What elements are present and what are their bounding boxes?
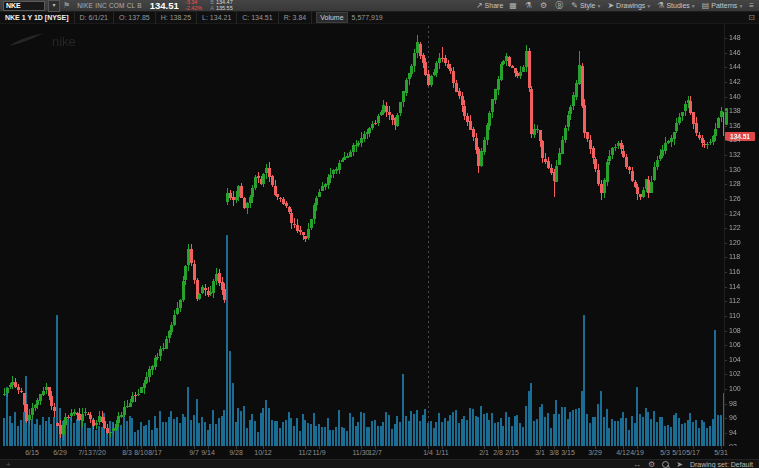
time-tick-label: 4/19 [630, 449, 644, 456]
price-tick-mark [725, 301, 727, 302]
style-button[interactable]: ✎Style▼ [571, 0, 601, 12]
snapshot-button[interactable]: ▦ [509, 0, 519, 12]
time-tick-mark [540, 446, 541, 449]
time-tick-mark [99, 446, 100, 449]
time-tick-mark [236, 446, 237, 449]
price-tick-mark [725, 111, 727, 112]
price-tick-label: 110 [729, 312, 740, 320]
time-tick-label: 12/7 [368, 449, 382, 456]
price-tick-mark [725, 97, 727, 98]
price-tick-label: 124 [729, 210, 741, 218]
cursor-icon: ➤ [607, 1, 614, 10]
price-tick-label: 126 [729, 195, 741, 203]
price-tick-mark [725, 184, 727, 185]
share-icon: ↗ [476, 1, 483, 10]
time-tick-mark [375, 446, 376, 449]
small-gear-icon[interactable]: ⚙ [648, 460, 655, 468]
price-tick-mark [725, 433, 727, 434]
add-marker-icon[interactable]: + [6, 460, 11, 468]
volume-study-label[interactable]: Volume [316, 12, 347, 23]
price-tick-mark [725, 389, 727, 390]
time-tick-label: 4/12 [616, 449, 630, 456]
pan-arrows-icon[interactable]: ↔ [633, 460, 641, 468]
chart-toolbar: ▾ ⚑ NIKE INC COM CL B 134.51 -3.34 -2.42… [0, 0, 759, 12]
price-tick-mark [725, 53, 727, 54]
time-tick-label: 3/1 [535, 449, 545, 456]
price-tick-label: 96 [729, 414, 737, 422]
analysis-button[interactable]: ⚗ [525, 0, 534, 12]
price-tick-mark [725, 404, 727, 405]
price-tick-mark [725, 155, 727, 156]
price-tick-label: 136 [729, 122, 741, 130]
studies-button[interactable]: ⚗Studies▼ [657, 0, 695, 12]
time-tick-label: 11/2 [298, 449, 311, 456]
time-tick-mark [498, 446, 499, 449]
time-tick-label: 1/4 [423, 449, 433, 456]
beta-button[interactable]: Ⓑ [555, 0, 565, 12]
time-tick-mark [568, 446, 569, 449]
time-tick-mark [442, 446, 443, 449]
settings-button[interactable]: ⚙ [540, 0, 549, 12]
price-tick-label: 106 [729, 341, 741, 349]
price-tick-mark [725, 331, 727, 332]
time-tick-mark [428, 446, 429, 449]
price-tick-label: 108 [729, 327, 741, 335]
range-readout: R: 3.84 [279, 12, 313, 24]
close-readout: C: 134.51 [237, 12, 278, 24]
time-tick-label: 3/8 [549, 449, 559, 456]
zoom-icon[interactable] [662, 461, 669, 468]
time-tick-mark [693, 446, 694, 449]
trading-platform-window: ▾ ⚑ NIKE INC COM CL B 134.51 -3.34 -2.42… [0, 0, 759, 468]
time-tick-mark [60, 446, 61, 449]
price-tick-label: 140 [729, 93, 741, 101]
time-tick-label: 8/3 [122, 449, 132, 456]
symbol-input[interactable] [3, 1, 45, 11]
price-tick-label: 144 [729, 63, 741, 71]
time-tick-mark [484, 446, 485, 449]
status-bar: + ↔ ⚙ ➤ Drawing set: Default [0, 459, 759, 468]
time-tick-label: 9/7 [189, 449, 199, 456]
price-tick-mark [725, 374, 727, 375]
time-axis[interactable]: 6/156/297/137/208/38/108/179/79/149/2810… [0, 446, 759, 459]
time-tick-mark [361, 446, 362, 449]
price-tick-mark [725, 272, 727, 273]
drawings-button[interactable]: ➤Drawings▼ [607, 0, 651, 12]
beta-icon: Ⓑ [555, 1, 563, 10]
time-tick-label: 6/29 [53, 449, 67, 456]
time-tick-mark [141, 446, 142, 449]
price-tick-mark [725, 199, 727, 200]
time-tick-mark [194, 446, 195, 449]
time-tick-mark [637, 446, 638, 449]
time-tick-mark [263, 446, 264, 449]
low-readout: L: 134.21 [197, 12, 237, 24]
symbol-dropdown-button[interactable]: ▾ [48, 0, 60, 12]
company-name: NIKE INC COM CL B [77, 2, 142, 9]
price-tick-label: 130 [729, 166, 741, 174]
toolbar-right-group: ↗Share ▦ ⚗ ⚙ Ⓑ ✎Style▼ ➤Drawings▼ ⚗Studi… [476, 0, 756, 12]
price-tick-mark [725, 345, 727, 346]
maximize-icon[interactable]: ⊡ [748, 13, 755, 22]
price-axis[interactable]: 134.51 148146144142140138136134132130128… [724, 24, 759, 446]
price-tick-mark [725, 418, 727, 419]
price-tick-mark [725, 170, 727, 171]
chevron-down-icon: ▼ [596, 3, 601, 9]
share-button[interactable]: ↗Share [476, 0, 503, 12]
menu-button[interactable]: ≡ [749, 0, 756, 12]
price-chart-canvas[interactable] [0, 24, 725, 446]
time-tick-mark [127, 446, 128, 449]
time-tick-mark [595, 446, 596, 449]
price-tick-mark [725, 243, 727, 244]
drawing-set-label[interactable]: Drawing set: Default [690, 461, 753, 468]
chart-title: NKE 1 Y 1D [NYSE] [0, 12, 75, 24]
cursor-tool-icon[interactable]: ➤ [676, 460, 683, 468]
price-tick-label: 100 [729, 385, 741, 393]
patterns-button[interactable]: ▤Patterns▼ [702, 0, 744, 12]
time-tick-label: 1/11 [435, 449, 448, 456]
studies-flask-icon: ⚗ [657, 1, 664, 10]
panel-icon: ▦ [509, 1, 517, 10]
symbol-link-icon[interactable]: ⚑ [63, 1, 70, 11]
price-tick-label: 102 [729, 370, 741, 378]
price-tick-mark [725, 360, 727, 361]
ask-value: A135.55 [210, 6, 233, 12]
time-tick-label: 7/20 [92, 449, 106, 456]
